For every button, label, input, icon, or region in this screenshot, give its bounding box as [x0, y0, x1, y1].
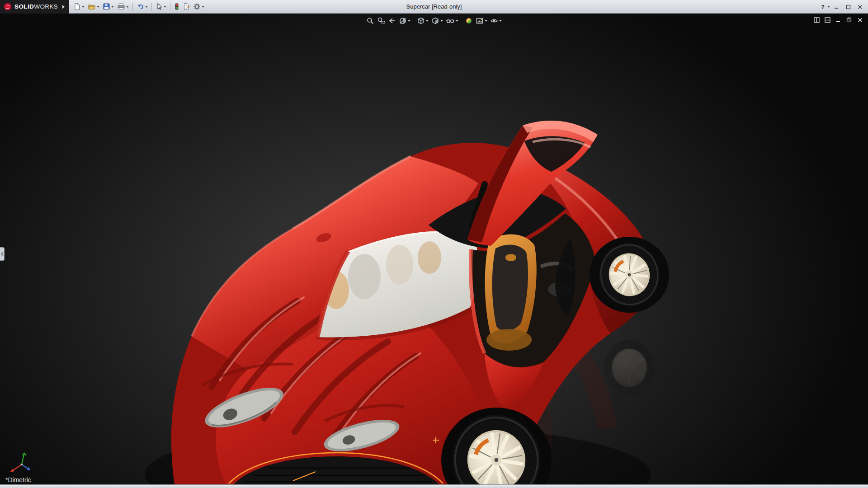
doc-minimize-button[interactable] — [834, 15, 843, 24]
window-controls: ? — [819, 0, 865, 14]
new-document-icon — [73, 3, 81, 10]
zoom-to-area-button[interactable] — [376, 15, 386, 26]
options-icon — [193, 3, 201, 10]
view-orientation-label: *Dimetric — [5, 476, 31, 483]
doc-restore-icon — [846, 17, 852, 23]
select-button[interactable] — [154, 1, 168, 12]
tile-panes-icon — [814, 17, 820, 23]
doc-close-icon — [858, 18, 863, 23]
rebuild-icon — [174, 3, 179, 10]
zoom-to-fit-button[interactable] — [365, 15, 375, 26]
zoom-to-fit-icon — [366, 17, 374, 25]
view-orientation-caret[interactable] — [426, 20, 429, 22]
view-settings-caret[interactable] — [499, 20, 502, 22]
file-properties-icon — [183, 3, 190, 10]
apply-scene-button[interactable] — [475, 15, 488, 26]
edit-appearance-button[interactable] — [464, 15, 474, 26]
help-icon: ? — [819, 3, 826, 11]
help-button[interactable]: ? — [819, 2, 830, 12]
save-icon — [103, 3, 110, 10]
rebuild-button[interactable] — [173, 1, 181, 12]
close-icon — [858, 5, 863, 9]
print-icon — [117, 3, 125, 10]
display-style-icon — [431, 17, 439, 25]
view-settings-button[interactable] — [489, 15, 503, 26]
help-dropdown-caret — [827, 6, 830, 8]
apply-scene-caret[interactable] — [485, 20, 487, 22]
section-view-button[interactable] — [398, 15, 411, 26]
section-view-icon — [399, 17, 407, 25]
open-button[interactable] — [86, 1, 101, 12]
view-orientation-icon — [417, 17, 425, 25]
doc-close-button[interactable] — [855, 15, 864, 24]
save-dropdown-caret[interactable] — [111, 6, 114, 8]
doc-minimize-icon — [836, 18, 841, 23]
file-properties-button[interactable] — [181, 1, 191, 12]
open-icon — [88, 3, 96, 10]
print-button[interactable] — [116, 1, 130, 12]
toolbar-separator — [170, 3, 170, 11]
open-dropdown-caret[interactable] — [97, 6, 99, 8]
new-dropdown-caret[interactable] — [82, 6, 85, 8]
print-dropdown-caret[interactable] — [126, 6, 129, 8]
pane-layout-icon — [825, 17, 830, 23]
hide-show-items-button[interactable] — [445, 15, 459, 26]
select-icon — [156, 3, 163, 10]
solidworks-brand: SOLIDWORKS — [0, 0, 69, 14]
feature-manager-collapsed-tab[interactable] — [0, 247, 5, 261]
toolbar-separator — [151, 3, 152, 11]
previous-view-button[interactable] — [387, 15, 397, 26]
display-style-button[interactable] — [430, 15, 444, 26]
dassault-systemes-logo-icon — [4, 3, 12, 11]
minimize-icon — [834, 5, 839, 9]
tile-panes-button[interactable] — [812, 15, 821, 24]
graphics-viewport[interactable]: *Dimetric — [0, 14, 868, 484]
section-view-caret[interactable] — [408, 20, 410, 22]
car-rear-wheel[interactable] — [590, 237, 669, 313]
previous-view-icon — [388, 17, 396, 25]
maximize-icon — [846, 5, 851, 9]
view-orientation-button[interactable] — [416, 15, 429, 26]
main-toolbar — [72, 1, 206, 12]
undo-button[interactable] — [135, 1, 149, 12]
view-settings-icon — [490, 17, 498, 25]
car-model-render[interactable] — [0, 14, 868, 484]
expand-panel-arrow-icon — [1, 252, 4, 256]
undo-icon — [137, 3, 144, 10]
document-window-controls — [812, 15, 864, 24]
options-button[interactable] — [192, 1, 206, 12]
maximize-button[interactable] — [843, 2, 854, 12]
pane-layout-button[interactable] — [823, 15, 832, 24]
edit-appearance-icon — [465, 17, 473, 25]
brand-name: SOLIDWORKS — [14, 3, 58, 10]
window-title: Supercar [Read-only] — [406, 3, 462, 10]
minimize-button[interactable] — [831, 2, 842, 12]
close-button[interactable] — [854, 2, 865, 12]
heads-up-view-toolbar — [365, 15, 503, 26]
new-document-button[interactable] — [72, 1, 86, 12]
reference-triad — [7, 448, 36, 474]
status-bar — [0, 484, 868, 488]
doc-restore-button[interactable] — [844, 15, 854, 24]
zoom-to-area-icon — [377, 17, 385, 25]
options-dropdown-caret[interactable] — [202, 6, 204, 8]
save-button[interactable] — [101, 1, 115, 12]
title-bar: SOLIDWORKS — [0, 0, 868, 14]
menu-expand-arrow-icon[interactable] — [62, 5, 65, 9]
hide-show-items-caret[interactable] — [456, 20, 458, 22]
display-style-caret[interactable] — [440, 20, 443, 22]
select-dropdown-caret[interactable] — [164, 6, 166, 8]
toolbar-separator — [132, 3, 133, 11]
hide-show-items-icon — [446, 17, 455, 25]
apply-scene-icon — [476, 17, 484, 25]
undo-dropdown-caret[interactable] — [145, 6, 148, 8]
